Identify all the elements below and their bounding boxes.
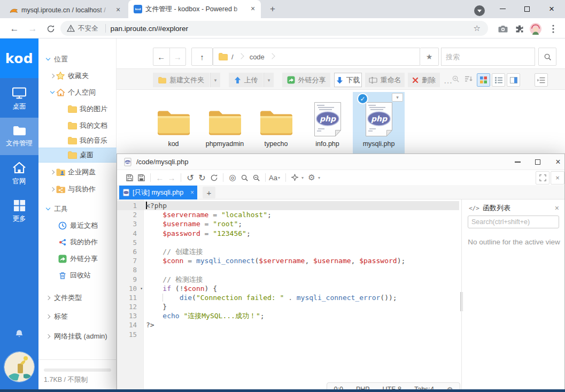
tree-item-my-music[interactable]: 我的音乐 [38, 133, 117, 148]
upload-caret-button[interactable]: ▾ [264, 73, 274, 87]
code-line[interactable]: 11 die("Connection failed: " . mysqli_co… [117, 293, 459, 302]
reload-button[interactable] [208, 172, 220, 183]
chevron-right-icon[interactable] [45, 333, 51, 340]
notifications-button[interactable] [14, 329, 24, 341]
tree-item-enterprise-disk[interactable]: 企业网盘 [38, 165, 117, 179]
file-item-phpmyadmin[interactable]: phpmyadmin [199, 92, 251, 155]
code-line[interactable]: 15 [117, 330, 459, 339]
window-close-button[interactable]: × [541, 0, 562, 18]
tab-close-icon[interactable]: × [190, 189, 194, 196]
screenshot-extension-button[interactable] [496, 22, 510, 36]
panel-close-icon[interactable]: × [555, 204, 559, 212]
editor-tab-mysqli[interactable]: [只读] mysqli.php × [119, 186, 197, 199]
editor-new-tab-button[interactable]: + [203, 187, 215, 198]
tab-close-icon[interactable]: × [113, 5, 123, 15]
forward-button[interactable]: → [26, 22, 40, 36]
tree-item-my-pictures[interactable]: 我的图片 [38, 102, 117, 116]
file-item-info-php[interactable]: php info.php [301, 92, 353, 155]
editor-close-button[interactable]: × [550, 155, 565, 169]
sidebar-item-desktop[interactable]: 桌面 [0, 80, 38, 118]
tree-item-my-documents[interactable]: 我的文档 [38, 118, 117, 133]
tree-group-tools[interactable]: 工具 [38, 202, 117, 216]
search-button[interactable] [538, 48, 556, 66]
sidebar-item-file-manager[interactable]: 文件管理 [0, 118, 38, 155]
chevron-down-icon[interactable] [45, 56, 51, 63]
breadcrumb-root[interactable]: / [231, 53, 234, 61]
tree-group-location[interactable]: 位置 [38, 52, 117, 66]
tree-item-file-types[interactable]: 文件类型 [38, 290, 117, 305]
code-line[interactable]: 9 // 检测连接 [117, 275, 459, 284]
url-bar[interactable]: 不安全 pan.iproute.cn/#explorer ☆ [60, 21, 488, 36]
nav-back-button[interactable]: ← [153, 52, 169, 62]
tab-search-button[interactable] [474, 5, 485, 16]
chevron-right-icon[interactable] [49, 73, 56, 79]
tree-item-external-share[interactable]: 外链分享 [38, 251, 117, 266]
sort-button[interactable] [465, 75, 473, 84]
nav-forward-button[interactable]: → [170, 52, 186, 62]
breadcrumb-folder[interactable]: code [250, 53, 265, 61]
tree-item-tags[interactable]: 标签 [38, 309, 117, 324]
sidebar-item-more[interactable]: 更多 [0, 193, 38, 230]
code-line[interactable]: 3 $username = "root"; [117, 219, 459, 228]
editor-maximize-button[interactable] [530, 155, 546, 169]
nav-back-button[interactable]: ← [154, 172, 166, 183]
tab-close-icon[interactable]: × [248, 4, 258, 14]
delete-button[interactable]: 删除 [408, 73, 440, 87]
code-line[interactable]: 2 $servername = "localhost"; [117, 210, 459, 219]
code-line[interactable]: 13 echo "连接MySQL...成功！"; [117, 311, 459, 320]
user-avatar[interactable] [4, 351, 35, 382]
chevron-right-icon[interactable] [49, 186, 56, 193]
goto-line-button[interactable]: ◎ [227, 172, 238, 183]
file-menu-caret-button[interactable]: ▾ [392, 93, 403, 102]
up-folder-button[interactable]: ↑ [191, 48, 213, 66]
browser-tab-phpmyadmin[interactable]: mysql.iproute.cn / localhost / × [4, 3, 126, 18]
browser-menu-button[interactable] [546, 22, 560, 36]
tree-item-recycle-bin[interactable]: 回收站 [38, 268, 117, 282]
view-column-button[interactable] [507, 73, 520, 87]
search-input[interactable] [446, 53, 540, 61]
editor-panel-close-button[interactable]: × [551, 171, 564, 185]
profile-avatar[interactable] [529, 22, 543, 36]
save-button[interactable] [123, 172, 135, 183]
file-item-mysqli-php[interactable]: ✓ ▾ php mysqli.php [353, 92, 405, 155]
bookmark-star-icon[interactable]: ☆ [474, 24, 481, 33]
code-line[interactable]: 10▾ if (!$conn) { [117, 284, 459, 293]
tree-item-desktop[interactable]: 桌面 [38, 148, 117, 163]
url-text[interactable]: pan.iproute.cn/#explorer [111, 25, 474, 33]
nav-forward-button[interactable]: → [166, 172, 177, 183]
theme-button[interactable] [289, 172, 301, 183]
detail-panel-toggle-button[interactable] [535, 73, 548, 87]
save-all-button[interactable] [135, 172, 147, 183]
tree-item-my-collaboration[interactable]: 我的协作 [38, 235, 117, 249]
view-grid-button[interactable] [477, 73, 490, 87]
sidebar-item-website[interactable]: 官网 [0, 155, 38, 193]
favorite-path-button[interactable]: ★ [420, 48, 439, 66]
window-maximize-button[interactable] [516, 0, 538, 18]
kod-logo[interactable]: kod [0, 39, 38, 78]
editor-fullscreen-button[interactable] [536, 171, 549, 185]
code-line[interactable]: 8 [117, 265, 459, 274]
extensions-button[interactable] [513, 22, 527, 36]
code-line[interactable]: 4 $password = "123456"; [117, 229, 459, 238]
chevron-down-icon[interactable] [45, 206, 51, 212]
tree-item-recent-documents[interactable]: 最近文档 [38, 218, 117, 233]
window-minimize-button[interactable] [492, 0, 513, 18]
back-button[interactable]: ← [7, 22, 21, 36]
code-line[interactable]: 7 $conn = mysqli_connect($servername, $u… [117, 256, 459, 265]
tree-item-personal-space[interactable]: 个人空间 [38, 85, 117, 99]
download-button[interactable]: 下载 [334, 73, 362, 87]
code-line[interactable]: 14?> [117, 320, 459, 329]
chevron-right-icon[interactable] [49, 169, 56, 175]
new-tab-button[interactable]: + [266, 3, 279, 16]
font-size-button[interactable]: Aa [269, 172, 277, 183]
chevron-right-icon[interactable] [45, 295, 51, 301]
redo-button[interactable]: ↻ [196, 172, 208, 183]
tree-item-favorites[interactable]: 收藏夹 [38, 68, 117, 83]
code-line[interactable]: 5 [117, 238, 459, 247]
code-line[interactable]: 6 // 创建连接 [117, 247, 459, 256]
code-line[interactable]: 12 } [117, 302, 459, 311]
chevron-down-icon[interactable] [49, 89, 56, 96]
view-list-button[interactable] [492, 73, 505, 87]
file-item-typecho[interactable]: typecho [250, 92, 302, 155]
rename-button[interactable]: 重命名 [365, 73, 405, 87]
